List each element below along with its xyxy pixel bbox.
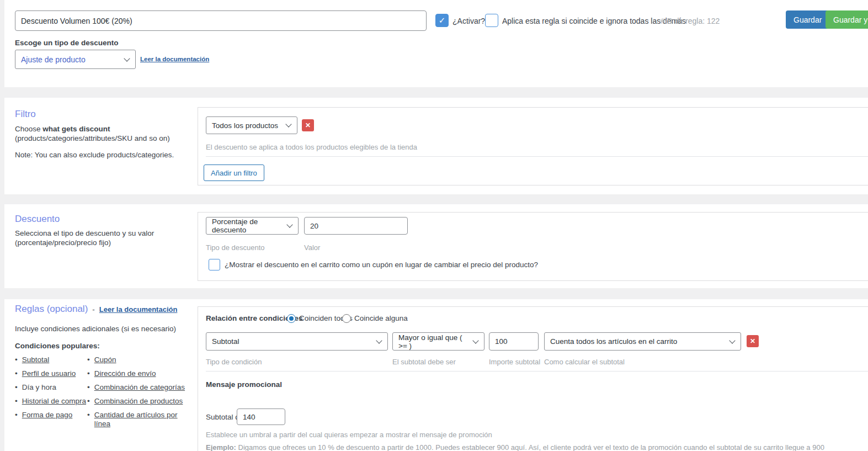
bullet: • <box>15 383 18 392</box>
filter-note: Note: You can also exclude products/cate… <box>15 151 174 159</box>
discount-card: Descuento Selecciona el tipo de descuent… <box>4 204 868 288</box>
discount-value-type-select[interactable]: Porcentaje de descuento <box>206 217 299 235</box>
rules-panel: Relación entre condiciones Coinciden tod… <box>198 306 868 451</box>
page: ✓ ¿Activar? Aplica esta regla si coincid… <box>0 0 868 451</box>
rule-title-input[interactable] <box>15 10 427 31</box>
condition-link-subtotal[interactable]: Subtotal <box>22 356 50 365</box>
relation-any-label: Coincide alguna <box>354 314 408 322</box>
documentation-link[interactable]: Leer la documentación <box>140 56 209 62</box>
list-item: •Dirección de envío <box>87 369 189 379</box>
list-item: •Subtotal <box>15 356 92 365</box>
save-and-close-button[interactable]: Guardar y c <box>826 10 868 29</box>
condition-amount-input[interactable] <box>489 332 539 351</box>
condition-link-cantidad-de-articulos[interactable]: Cantidad de artículos por línea <box>94 411 189 429</box>
bullet: • <box>15 369 18 379</box>
condition-link-combinacion-de-productos[interactable]: Combinación de productos <box>94 397 183 406</box>
condition-item-dia-y-hora: Día y hora <box>22 383 56 392</box>
activate-label: ¿Activar? <box>452 17 485 25</box>
list-item: •Cupón <box>87 356 189 365</box>
example-body: Digamos que ofreces un 10 % de descuento… <box>238 443 824 451</box>
bullet: • <box>15 356 18 365</box>
discount-type-select[interactable]: Ajuste de producto <box>15 50 136 69</box>
list-item: •Cantidad de artículos por línea <box>87 411 189 429</box>
popular-conditions-title: Condiciones populares: <box>15 342 100 350</box>
condition-calc-select[interactable]: Cuenta todos los artículos en el carrito <box>544 332 741 351</box>
x-icon: ✕ <box>305 121 311 129</box>
chevron-down-icon <box>124 55 130 61</box>
relation-any-radio[interactable] <box>342 314 351 323</box>
chevron-down-icon <box>472 337 478 343</box>
condition-link-perfil-de-usuario[interactable]: Perfil de usuario <box>22 369 76 379</box>
bullet: • <box>87 397 90 406</box>
rules-card: Reglas (opcional) - Leer la documentació… <box>4 299 868 451</box>
discount-panel: Porcentaje de descuento Tipo de descuent… <box>198 212 868 281</box>
condition-link-historial-de-compra[interactable]: Historial de compra <box>22 397 86 406</box>
rules-heading-separator: - <box>92 305 95 314</box>
condition-type-field-label: Tipo de condición <box>206 358 262 366</box>
list-item: •Día y hora <box>15 383 92 392</box>
condition-calc-value: Cuenta todos los artículos en el carrito <box>550 337 677 346</box>
list-item: •Combinación de categorías <box>87 383 189 392</box>
condition-link-forma-de-pago[interactable]: Forma de pago <box>22 411 73 420</box>
relation-all-radio[interactable] <box>287 314 296 323</box>
discount-heading: Descuento <box>15 214 60 225</box>
condition-amount-field-label: Importe subtotal <box>489 358 540 366</box>
rules-heading-row: Reglas (opcional) - Leer la documentació… <box>15 304 177 315</box>
popular-conditions-left: •Subtotal •Perfil de usuario •Día y hora… <box>15 356 92 424</box>
threshold-helper: Establece un umbral a partir del cual qu… <box>206 431 492 439</box>
filter-helper-text: El descuento se aplica a todos los produ… <box>206 143 417 151</box>
check-icon: ✓ <box>439 15 446 25</box>
filter-type-select[interactable]: Todos los productos <box>206 116 297 134</box>
filter-card: Filtro Choose what gets discount (produc… <box>4 98 868 194</box>
filter-panel: Todos los productos ✕ El descuento se ap… <box>198 107 868 185</box>
show-as-coupon-label: ¿Mostrar el descuento en el carrito como… <box>225 261 538 269</box>
condition-type-value: Subtotal <box>212 337 239 346</box>
filter-description-line1: Choose what gets discount <box>15 125 110 133</box>
condition-link-combinacion-de-categorias[interactable]: Combinación de categorías <box>94 383 185 392</box>
filter-type-value: Todos los productos <box>212 121 278 130</box>
chevron-down-icon <box>286 221 292 227</box>
bullet: • <box>15 411 18 420</box>
condition-operator-select[interactable]: Mayor o igual que ( >= ) <box>392 332 484 351</box>
bullet: • <box>15 397 18 406</box>
delete-filter-button[interactable]: ✕ <box>302 119 314 131</box>
condition-link-cupon[interactable]: Cupón <box>94 356 116 365</box>
promo-message-label: Mensaje promocional <box>206 380 282 389</box>
discount-description-line2: (porcentaje/precio/precio fijo) <box>15 238 111 247</box>
filter-desc-prefix: Choose <box>15 125 42 133</box>
rule-header-card: ✓ ¿Activar? Aplica esta regla si coincid… <box>4 0 868 87</box>
discount-type-value: Ajuste de producto <box>21 55 86 64</box>
condition-link-direccion-de-envio[interactable]: Dirección de envío <box>94 369 156 379</box>
chevron-down-icon <box>285 121 291 127</box>
bullet: • <box>87 411 90 429</box>
threshold-input[interactable] <box>237 408 285 425</box>
list-item: •Perfil de usuario <box>15 369 92 379</box>
rules-heading: Reglas (opcional) <box>15 304 88 315</box>
discount-value-input[interactable] <box>304 217 408 235</box>
divider <box>206 371 868 372</box>
example-label: Ejemplo: <box>206 443 236 451</box>
filter-desc-bold: what gets discount <box>42 125 110 133</box>
condition-operator-value: Mayor o igual que ( >= ) <box>398 333 468 350</box>
discount-type-field-label: Tipo de descuento <box>206 243 264 252</box>
popular-conditions-right: •Cupón •Dirección de envío •Combinación … <box>87 356 189 433</box>
rule-id-label: #ID de regla: 122 <box>661 17 720 25</box>
show-as-coupon-checkbox[interactable] <box>209 259 220 270</box>
discount-description-line1: Selecciona el tipo de descuento y su val… <box>15 229 154 237</box>
delete-condition-button[interactable]: ✕ <box>747 335 759 347</box>
condition-type-select[interactable]: Subtotal <box>206 332 388 351</box>
example-text: Ejemplo: Digamos que ofreces un 10 % de … <box>206 443 824 451</box>
override-label: Aplica esta regla si coincide e ignora t… <box>502 17 686 25</box>
x-icon: ✕ <box>750 337 755 345</box>
rules-documentation-link[interactable]: Leer la documentación <box>99 305 178 314</box>
list-item: •Historial de compra <box>15 397 92 406</box>
bullet: • <box>87 383 90 392</box>
activate-checkbox[interactable]: ✓ <box>435 14 449 27</box>
save-button[interactable]: Guardar <box>786 10 829 29</box>
discount-value-field-label: Valor <box>304 243 320 252</box>
bullet: • <box>87 369 90 379</box>
override-checkbox[interactable] <box>485 14 498 27</box>
discount-type-label: Escoge un tipo de descuento <box>15 39 119 47</box>
list-item: •Combinación de productos <box>87 397 189 406</box>
add-filter-button[interactable]: Añadir un filtro <box>204 165 264 181</box>
